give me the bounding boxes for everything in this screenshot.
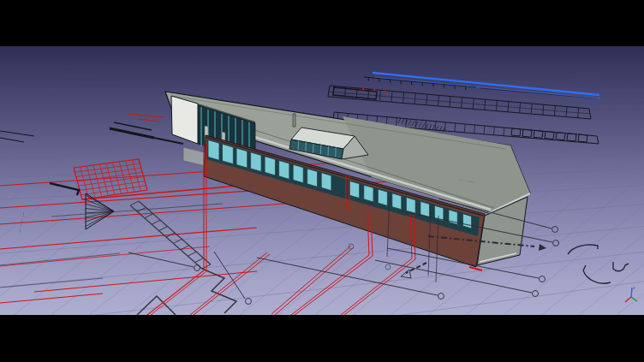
end-wall-white bbox=[171, 96, 198, 144]
letterbox-bottom bbox=[0, 315, 644, 362]
annotation-label: —··—···—·· bbox=[421, 117, 439, 123]
arrowhead bbox=[539, 244, 546, 251]
stair-triangle-hatch bbox=[86, 195, 114, 226]
annotation-label: ··—··—··· bbox=[552, 106, 568, 111]
axis-z-label: z bbox=[633, 286, 635, 290]
origin-axis-icon bbox=[625, 288, 637, 302]
selection-dot bbox=[385, 91, 387, 93]
selection-dot bbox=[362, 88, 365, 91]
cad-3d-viewport[interactable]: ·—···—··—··~ ··—··—··· —··—···—·· ·· ···… bbox=[0, 46, 644, 315]
letterbox-top bbox=[0, 0, 644, 46]
app-screenshot: ·—···—··—··~ ··—··—··· —··—···—·· ·· ···… bbox=[0, 0, 644, 362]
door-swing-symbols[interactable] bbox=[568, 245, 629, 283]
open-arrowhead bbox=[401, 270, 411, 278]
selection-dot bbox=[373, 89, 376, 92]
scene-canvas[interactable]: ·—···—··—··~ ··—··—··· —··—···—·· ·· ···… bbox=[0, 46, 644, 315]
roof-pipe bbox=[293, 114, 295, 127]
annotation-label: —··—·—··—· bbox=[17, 211, 26, 234]
stair-treads bbox=[130, 201, 211, 269]
